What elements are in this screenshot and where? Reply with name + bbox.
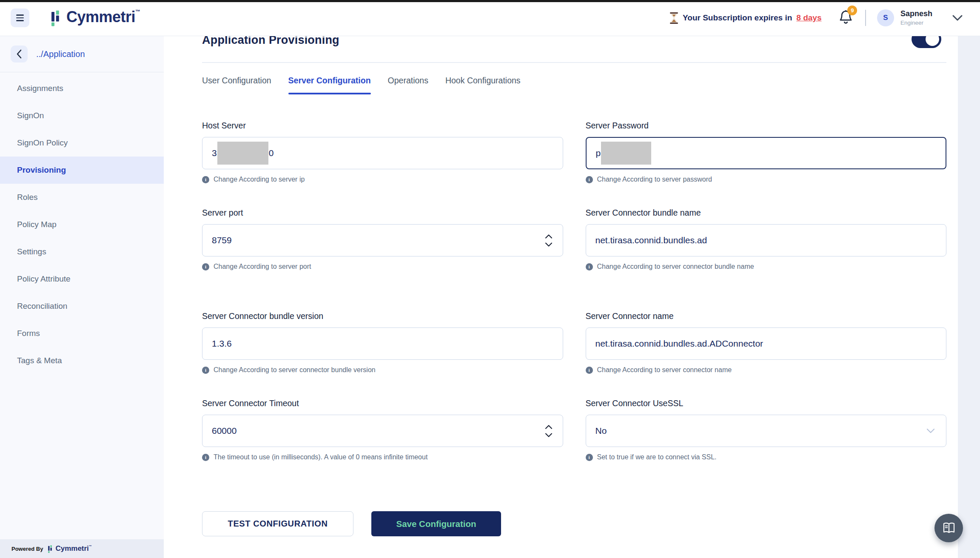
field-connector-bundle-name: Server Connector bundle name net.tirasa.… (586, 208, 947, 270)
connector-usessl-label: Server Connector UseSSL (586, 399, 947, 408)
stepper-down-icon (545, 433, 553, 437)
info-icon: i (586, 176, 593, 183)
field-connector-bundle-version: Server Connector bundle version 1.3.6 i … (202, 311, 563, 374)
info-icon: i (202, 367, 209, 374)
server-password-label: Server Password (586, 121, 947, 131)
sidebar-item-provisioning[interactable]: Provisioning (0, 157, 164, 184)
user-name: Sapnesh (900, 9, 932, 19)
server-password-helper: i Change According to server password (586, 176, 947, 183)
field-connector-name: Server Connector name net.tirasa.connid.… (586, 311, 947, 374)
connector-name-input[interactable]: net.tirasa.connid.bundles.ad.ADConnector (586, 327, 947, 360)
redaction-box (601, 142, 651, 165)
powered-by-footer: Powered By Cymmetri ™ (0, 539, 164, 558)
open-book-icon (942, 522, 956, 534)
cymmetri-logo-mark (51, 9, 63, 26)
info-icon: i (202, 263, 209, 270)
field-connector-timeout: Server Connector Timeout 60000 i The tim… (202, 399, 563, 461)
select-chevron-down-icon[interactable] (926, 428, 935, 433)
user-menu-chevron-down-icon[interactable] (952, 14, 963, 22)
host-server-label: Host Server (202, 121, 563, 131)
info-icon: i (586, 454, 593, 461)
back-to-application[interactable]: ../Application (0, 36, 164, 63)
title-divider (202, 62, 946, 63)
field-server-password: Server Password p i Change According to … (586, 121, 947, 183)
footer-brand: Cymmetri (55, 545, 88, 552)
info-icon: i (586, 367, 593, 374)
connector-usessl-select[interactable]: No (586, 415, 947, 447)
stepper-up-icon (545, 234, 553, 239)
user-role: Engineer (900, 20, 932, 26)
form-actions: TEST CONFIGURATION Save Configuration (202, 511, 946, 536)
tab-user-configuration[interactable]: User Configuration (202, 76, 271, 94)
field-server-port: Server port 8759 i Change According to s… (202, 208, 563, 270)
info-icon: i (202, 454, 209, 461)
sidebar-item-tags-meta[interactable]: Tags & Meta (0, 347, 164, 374)
tab-hook-configurations[interactable]: Hook Configurations (445, 76, 521, 94)
connector-timeout-input[interactable]: 60000 (202, 415, 563, 447)
cymmetri-logo: Cymmetri ™ (51, 9, 140, 26)
chevron-left-icon[interactable] (11, 46, 28, 63)
sidebar-item-forms[interactable]: Forms (0, 320, 164, 347)
number-stepper[interactable] (545, 415, 553, 447)
page-title: Application Provisioning (202, 36, 946, 47)
back-label[interactable]: ../Application (36, 49, 85, 59)
connector-name-label: Server Connector name (586, 311, 947, 321)
browser-top-strip (0, 0, 980, 2)
footer-cymmetri-logo: Cymmetri ™ (48, 545, 91, 553)
footer-logo-mark (48, 545, 54, 553)
sidebar-item-policy-map[interactable]: Policy Map (0, 211, 164, 238)
subscription-banner: Your Subscription expires in 8 days (669, 12, 821, 24)
subscription-text: Your Subscription expires in (683, 13, 792, 23)
subscription-days-link[interactable]: 8 days (796, 13, 821, 23)
sidebar: ../Application Assignments SignOn SignOn… (0, 36, 164, 558)
stepper-down-icon (545, 242, 553, 247)
sidebar-item-policy-attribute[interactable]: Policy Attribute (0, 265, 164, 293)
footer-brand-tm: ™ (89, 545, 92, 548)
connector-bundle-version-label: Server Connector bundle version (202, 311, 563, 321)
sidebar-menu: Assignments SignOn SignOn Policy Provisi… (0, 75, 164, 374)
logo-trademark: ™ (135, 9, 140, 14)
server-port-helper: i Change According to server port (202, 263, 563, 270)
number-stepper[interactable] (545, 225, 553, 256)
sidebar-item-settings[interactable]: Settings (0, 238, 164, 265)
stepper-up-icon (545, 425, 553, 429)
tab-server-configuration[interactable]: Server Configuration (288, 76, 371, 94)
sidebar-divider (0, 72, 164, 72)
connector-usessl-helper: i Set to true if we are to connect via S… (586, 453, 947, 461)
connector-bundle-version-input[interactable]: 1.3.6 (202, 327, 563, 360)
connector-bundle-name-label: Server Connector bundle name (586, 208, 947, 218)
powered-by-label: Powered By (11, 546, 43, 552)
sidebar-item-signon[interactable]: SignOn (0, 102, 164, 129)
connector-timeout-label: Server Connector Timeout (202, 399, 563, 408)
notifications-button[interactable]: 9 (839, 10, 852, 26)
connector-bundle-name-helper: i Change According to server connector b… (586, 263, 947, 270)
user-info: Sapnesh Engineer (900, 9, 932, 26)
test-configuration-button[interactable]: TEST CONFIGURATION (202, 511, 353, 536)
sidebar-item-assignments[interactable]: Assignments (0, 75, 164, 102)
field-host-server: Host Server 3 0 i Change According to se… (202, 121, 563, 183)
connector-timeout-helper: i The timeout to use (in milliseconds). … (202, 453, 563, 461)
server-password-input[interactable]: p (586, 137, 947, 169)
host-server-input[interactable]: 3 0 (202, 137, 563, 169)
main-content: Application Provisioning User Configurat… (164, 36, 980, 558)
documentation-fab-button[interactable] (934, 514, 963, 542)
hamburger-menu-button[interactable] (11, 9, 29, 27)
sidebar-item-reconciliation[interactable]: Reconciliation (0, 293, 164, 320)
active-tab-underline (288, 93, 371, 94)
tab-operations[interactable]: Operations (388, 76, 428, 94)
redaction-box (217, 142, 268, 165)
field-connector-usessl: Server Connector UseSSL No i Set to true… (586, 399, 947, 461)
app-header: Cymmetri ™ Your Subscription expires in … (0, 0, 980, 36)
header-divider (865, 10, 866, 26)
server-port-input[interactable]: 8759 (202, 224, 563, 256)
sidebar-item-roles[interactable]: Roles (0, 184, 164, 211)
server-port-label: Server port (202, 208, 563, 218)
user-avatar[interactable]: S (877, 9, 894, 26)
connector-name-helper: i Change According to server connector n… (586, 366, 947, 374)
sidebar-item-signon-policy[interactable]: SignOn Policy (0, 129, 164, 157)
info-icon: i (202, 176, 209, 183)
hourglass-icon (669, 12, 678, 24)
info-icon: i (586, 263, 593, 270)
save-configuration-button[interactable]: Save Configuration (371, 511, 501, 536)
connector-bundle-name-input[interactable]: net.tirasa.connid.bundles.ad (586, 224, 947, 256)
